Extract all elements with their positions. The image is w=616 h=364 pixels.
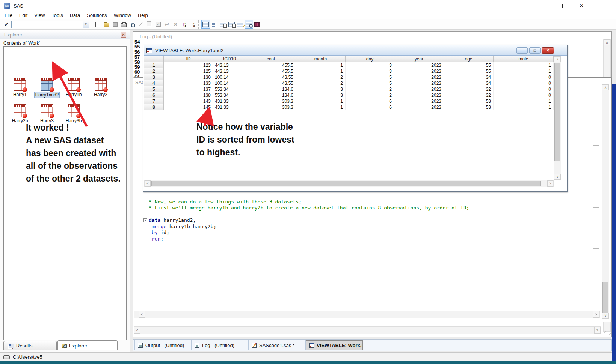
tab-results[interactable]: Results — [3, 341, 57, 350]
table-cell[interactable]: 1 — [494, 104, 554, 110]
table-cell[interactable]: 1 — [296, 104, 346, 110]
table-cell[interactable]: 553.34 — [213, 92, 246, 98]
new-table-icon[interactable] — [219, 20, 227, 29]
delete-icon[interactable]: × — [171, 20, 180, 29]
scroll-right-icon[interactable]: > — [547, 180, 553, 187]
menu-tools[interactable]: Tools — [48, 12, 66, 19]
table-cell[interactable]: 2 — [346, 86, 394, 92]
table-cell[interactable]: 431.33 — [213, 98, 246, 104]
table-cell[interactable]: 3 — [346, 68, 394, 74]
zoom-table-icon[interactable] — [245, 20, 253, 29]
row-number-cell[interactable]: 6 — [144, 92, 164, 98]
column-header[interactable]: day — [346, 56, 394, 62]
table-cell[interactable]: 55 — [444, 62, 494, 68]
table-cell[interactable]: 55 — [444, 68, 494, 74]
table-cell[interactable]: 125 — [164, 68, 213, 74]
table-cell[interactable]: 1 — [494, 62, 554, 68]
table-cell[interactable]: 1 — [494, 98, 554, 104]
table-cell[interactable]: 3 — [296, 86, 346, 92]
form-view-icon[interactable] — [210, 20, 219, 29]
table-cell[interactable]: 0 — [494, 92, 554, 98]
table-cell[interactable]: 134.6 — [246, 92, 296, 98]
table-cell[interactable]: 43.55 — [246, 74, 296, 80]
menu-help[interactable]: Help — [134, 12, 151, 19]
table-cell[interactable]: 100.14 — [213, 80, 246, 86]
table-cell[interactable]: 143 — [164, 98, 213, 104]
select-check-icon[interactable]: ✓ — [154, 20, 163, 29]
viewtable-restore-button[interactable]: □ — [529, 47, 541, 54]
menu-data[interactable]: Data — [66, 12, 83, 19]
scrollbar-thumb[interactable] — [151, 181, 541, 186]
resize-grip[interactable] — [603, 330, 611, 336]
table-cell[interactable]: 3 — [296, 92, 346, 98]
table-cell[interactable]: 34 — [444, 74, 494, 80]
corner-header-cell[interactable] — [144, 56, 164, 62]
table-cell[interactable]: 32 — [444, 92, 494, 98]
column-header[interactable]: male — [494, 56, 554, 62]
row-number-cell[interactable]: 8 — [144, 104, 164, 110]
table-cell[interactable]: 553.34 — [213, 86, 246, 92]
row-number-cell[interactable]: 3 — [144, 74, 164, 80]
window-tab-log[interactable]: Log - (Untitled) — [192, 340, 249, 350]
copy-table-icon[interactable] — [227, 20, 236, 29]
command-input[interactable] — [12, 21, 83, 28]
column-header[interactable]: month — [296, 56, 346, 62]
scrollbar-thumb[interactable] — [602, 282, 608, 316]
table-cell[interactable]: 443.13 — [213, 62, 246, 68]
table-cell[interactable]: 2 — [296, 80, 346, 86]
table-cell[interactable]: 455.5 — [246, 68, 296, 74]
menu-view[interactable]: View — [31, 12, 48, 19]
window-tab-output[interactable]: Output - (Untitled) — [134, 340, 192, 350]
viewtable-title-bar[interactable]: VIEWTABLE: Work.Harry1and2 – □ ✕ — [144, 45, 567, 56]
table-cell[interactable]: 123 — [164, 62, 213, 68]
help-books-icon[interactable] — [253, 20, 262, 29]
close-button[interactable]: ✕ — [573, 0, 590, 11]
maximize-button[interactable] — [556, 0, 573, 11]
table-cell[interactable]: 6 — [346, 104, 394, 110]
table-cell[interactable]: 34 — [444, 80, 494, 86]
column-header[interactable]: ID — [164, 56, 213, 62]
table-cell[interactable]: 0 — [494, 80, 554, 86]
minimize-button[interactable]: – — [538, 0, 556, 11]
table-cell[interactable]: 443.13 — [213, 68, 246, 74]
scroll-left-icon[interactable]: < — [145, 180, 151, 187]
check-submit-icon[interactable]: ✓ — [4, 21, 9, 28]
row-number-cell[interactable]: 1 — [144, 62, 164, 68]
menu-edit[interactable]: Edit — [16, 12, 31, 19]
table-view-icon[interactable] — [201, 20, 210, 29]
code-fold-icon[interactable]: - — [143, 218, 147, 222]
menu-solutions[interactable]: Solutions — [83, 12, 110, 19]
menu-file[interactable]: File — [1, 12, 16, 19]
edit-table-icon[interactable] — [236, 20, 245, 29]
table-cell[interactable]: 138 — [164, 92, 213, 98]
editor-horizontal-scrollbar[interactable]: < > — [134, 311, 600, 318]
column-header[interactable]: ICD10 — [213, 56, 246, 62]
table-cell[interactable]: 43.55 — [246, 80, 296, 86]
table-cell[interactable]: 53 — [444, 104, 494, 110]
table-cell[interactable]: 2 — [296, 74, 346, 80]
chevron-down-icon[interactable]: ▼ — [83, 21, 89, 28]
table-cell[interactable]: 0 — [494, 74, 554, 80]
log-horizontal-scrollbar[interactable]: < > — [134, 326, 601, 334]
sort-ascending-icon[interactable]: ↓az — [180, 20, 189, 29]
table-cell[interactable]: 133 — [164, 80, 213, 86]
table-cell[interactable]: 5 — [346, 80, 394, 86]
viewtable-minimize-button[interactable]: – — [516, 47, 528, 54]
editor-vertical-scrollbar[interactable]: ∧ ∨ — [602, 84, 609, 319]
column-header[interactable]: age — [444, 56, 494, 62]
window-tab-viewtable[interactable]: VIEWTABLE: Work.Har... — [306, 340, 363, 350]
table-cell[interactable]: 130 — [164, 74, 213, 80]
table-cell[interactable]: 1 — [296, 62, 346, 68]
scroll-down-icon[interactable]: ∨ — [602, 313, 609, 319]
scrollbar-thumb[interactable] — [554, 63, 560, 161]
scroll-right-icon[interactable]: > — [594, 327, 601, 334]
row-number-cell[interactable]: 2 — [144, 68, 164, 74]
scroll-down-icon[interactable]: ∨ — [554, 174, 561, 180]
dataset-item-harry2b[interactable]: Harry2b — [6, 104, 33, 123]
table-cell[interactable]: 431.33 — [213, 104, 246, 110]
row-number-cell[interactable]: 7 — [144, 98, 164, 104]
edit-note-icon[interactable] — [137, 20, 145, 29]
column-header[interactable]: year — [394, 56, 444, 62]
table-cell[interactable]: 2023 — [394, 62, 444, 68]
row-number-cell[interactable]: 4 — [144, 80, 164, 86]
